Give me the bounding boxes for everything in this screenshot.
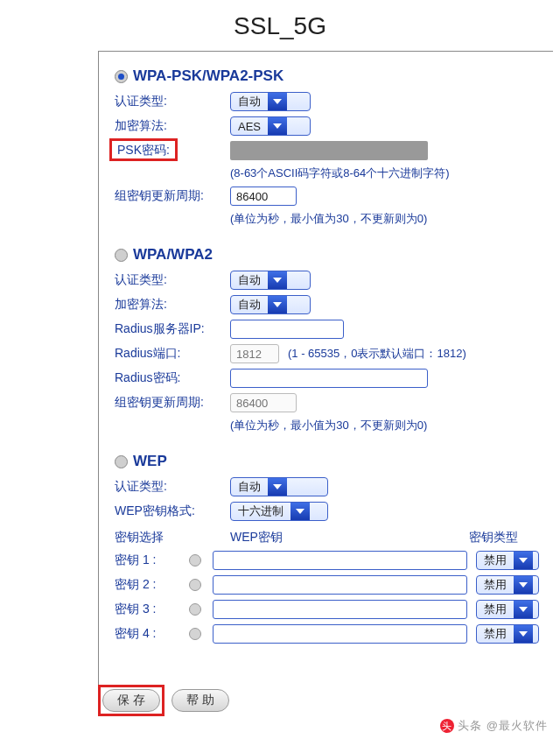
- chevron-down-icon: [290, 503, 310, 520]
- label-key1: 密钥 1 :: [115, 552, 178, 568]
- hint-rekey2: (单位为秒，最小值为30，不更新则为0): [230, 418, 427, 433]
- input-key1[interactable]: [213, 551, 467, 570]
- input-key2[interactable]: [213, 575, 467, 595]
- wep-key-row: 密钥 2 : 禁用: [115, 575, 539, 595]
- credit-text: 头头条 @最火软件: [440, 718, 548, 734]
- label-psk: PSK密码:: [115, 143, 230, 158]
- chevron-down-icon: [268, 93, 287, 110]
- credit-icon: 头: [440, 719, 454, 733]
- select-auth-wep[interactable]: 自动: [230, 477, 328, 496]
- chevron-down-icon: [268, 478, 287, 496]
- col-key-type: 密钥类型: [469, 530, 539, 545]
- col-wep-key: WEP密钥: [230, 530, 469, 545]
- label-auth: 认证类型:: [115, 94, 230, 109]
- select-auth-wpapsk[interactable]: 自动: [230, 92, 311, 111]
- button-bar: 保 存 帮 助: [98, 685, 229, 716]
- section-wpapsk: WPA-PSK/WPA2-PSK 认证类型: 自动 加密算法: AES PSK密…: [115, 67, 539, 227]
- label-auth3: 认证类型:: [115, 479, 230, 495]
- radio-key3[interactable]: [189, 603, 201, 616]
- radio-key1[interactable]: [189, 554, 201, 567]
- input-psk[interactable]: [230, 141, 428, 160]
- select-algo-wpapsk[interactable]: AES: [230, 116, 311, 136]
- hint-port: (1 - 65535，0表示默认端口：1812): [288, 346, 466, 362]
- input-key4[interactable]: [213, 624, 467, 644]
- label-radius-port: Radius端口:: [115, 346, 230, 362]
- label-radius-ip: Radius服务器IP:: [115, 321, 230, 337]
- section-wpa: WPA/WPA2 认证类型: 自动 加密算法: 自动 Radius服务器IP: …: [115, 246, 539, 433]
- hint-psk: (8-63个ASCII码字符或8-64个十六进制字符): [230, 165, 450, 181]
- label-auth2: 认证类型:: [115, 272, 230, 288]
- label-key3: 密钥 3 :: [115, 602, 178, 617]
- input-key3[interactable]: [213, 600, 467, 619]
- input-rekey-wpapsk[interactable]: [230, 187, 297, 206]
- settings-panel: WPA-PSK/WPA2-PSK 认证类型: 自动 加密算法: AES PSK密…: [98, 51, 553, 699]
- input-radius-port[interactable]: [230, 344, 279, 363]
- radio-wep[interactable]: [115, 455, 128, 468]
- save-button[interactable]: 保 存: [102, 689, 160, 712]
- select-key2-type[interactable]: 禁用: [476, 575, 539, 595]
- help-button[interactable]: 帮 助: [172, 689, 229, 712]
- wep-key-row: 密钥 4 : 禁用: [115, 624, 539, 644]
- chevron-down-icon: [268, 271, 287, 289]
- radio-wpa[interactable]: [115, 249, 128, 262]
- chevron-down-icon: [514, 552, 533, 569]
- select-key1-type[interactable]: 禁用: [476, 551, 539, 570]
- chevron-down-icon: [514, 576, 533, 594]
- input-rekey-wpa[interactable]: [230, 393, 297, 412]
- input-radius-ip[interactable]: [230, 320, 344, 339]
- chevron-down-icon: [514, 601, 533, 618]
- select-key3-type[interactable]: 禁用: [476, 600, 539, 619]
- hint-rekey: (单位为秒，最小值为30，不更新则为0): [230, 211, 427, 227]
- wep-key-row: 密钥 1 : 禁用: [115, 551, 539, 570]
- chevron-down-icon: [514, 625, 533, 643]
- radio-key2[interactable]: [189, 579, 201, 591]
- label-wepfmt: WEP密钥格式:: [115, 503, 230, 519]
- section-wep: WEP 认证类型: 自动 WEP密钥格式: 十六进制 密钥选择 WEP密钥 密钥…: [115, 453, 539, 644]
- select-key4-type[interactable]: 禁用: [476, 624, 539, 644]
- select-wepfmt[interactable]: 十六进制: [230, 502, 328, 521]
- label-rekey2: 组密钥更新周期:: [115, 395, 230, 411]
- label-key4: 密钥 4 :: [115, 626, 178, 642]
- radio-key4[interactable]: [189, 628, 201, 640]
- label-key2: 密钥 2 :: [115, 577, 178, 593]
- select-auth-wpa[interactable]: 自动: [230, 271, 311, 290]
- heading-wpa: WPA/WPA2: [133, 246, 213, 264]
- label-radius-pwd: Radius密码:: [115, 370, 230, 386]
- col-key-select: 密钥选择: [115, 530, 230, 545]
- wep-key-row: 密钥 3 : 禁用: [115, 600, 539, 619]
- select-algo-wpa[interactable]: 自动: [230, 295, 311, 314]
- input-radius-pwd[interactable]: [230, 369, 428, 388]
- heading-wep: WEP: [133, 453, 167, 470]
- label-algo2: 加密算法:: [115, 297, 230, 313]
- radio-wpapsk[interactable]: [115, 70, 128, 83]
- heading-wpapsk: WPA-PSK/WPA2-PSK: [133, 67, 284, 85]
- chevron-down-icon: [268, 296, 287, 313]
- page-title: SSL_5G: [0, 0, 560, 49]
- label-rekey: 组密钥更新周期:: [115, 188, 230, 204]
- label-algo: 加密算法:: [115, 118, 230, 134]
- chevron-down-icon: [268, 117, 287, 135]
